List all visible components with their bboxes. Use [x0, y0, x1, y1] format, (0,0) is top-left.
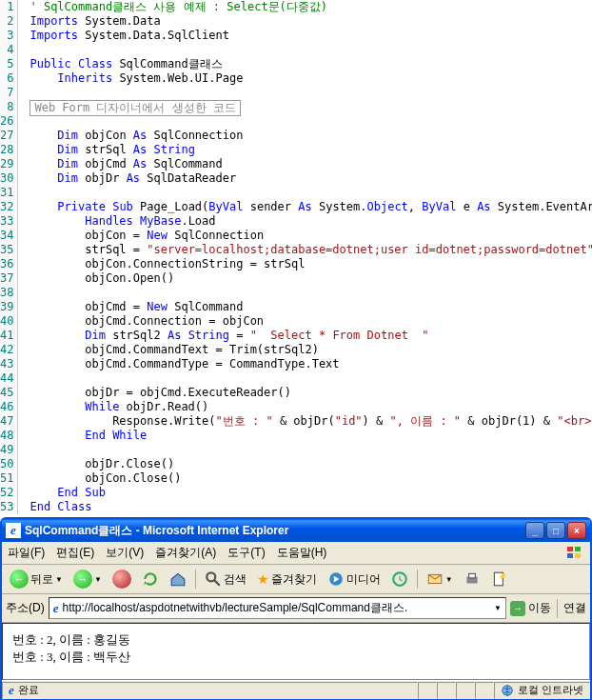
menu-tools[interactable]: 도구(T): [227, 545, 265, 561]
minimize-button[interactable]: _: [525, 522, 544, 539]
close-button[interactable]: ×: [567, 522, 586, 539]
menubar: 파일(F) 편집(E) 보기(V) 즐겨찾기(A) 도구(T) 도움말(H): [2, 542, 590, 565]
output-line: 번호 : 3, 이름 : 백두산: [12, 649, 580, 666]
ie-app-icon: e: [6, 523, 21, 538]
svg-rect-2: [567, 553, 573, 558]
svg-rect-1: [575, 547, 581, 551]
page-icon: e: [53, 601, 59, 616]
menu-file[interactable]: 파일(F): [8, 545, 45, 561]
security-zone: 로컬 인트라넷: [494, 682, 590, 699]
titlebar[interactable]: e SqlCommand클래스 - Microsoft Internet Exp…: [2, 519, 590, 542]
output-line: 번호 : 2, 이름 : 홍길동: [12, 631, 580, 649]
svg-line-5: [214, 580, 220, 586]
status-message: e 완료: [2, 682, 418, 699]
code-area[interactable]: ' SqlCommand클래스 사용 예제 : Select문(다중값)Impo…: [18, 0, 592, 514]
back-button[interactable]: ←뒤로▼: [6, 568, 67, 590]
collapsed-region[interactable]: Web Form 디자이너에서 생성한 코드: [30, 100, 240, 116]
menu-favorites[interactable]: 즐겨찾기(A): [155, 545, 216, 561]
windows-logo-icon: [565, 545, 584, 560]
address-label: 주소(D): [6, 600, 45, 616]
url-text: http://localhost/aspdotnetwithvb/lecture…: [62, 600, 407, 616]
menu-help[interactable]: 도움말(H): [277, 545, 327, 561]
svg-rect-0: [567, 547, 573, 551]
edit-button[interactable]: [487, 569, 512, 590]
browser-window: e SqlCommand클래스 - Microsoft Internet Exp…: [0, 517, 592, 700]
go-button[interactable]: →이동: [510, 600, 551, 616]
svg-rect-10: [468, 573, 475, 578]
line-number-gutter: 1234567826272829303132333435363738394041…: [0, 0, 18, 514]
page-content[interactable]: 번호 : 2, 이름 : 홍길동번호 : 3, 이름 : 백두산: [2, 623, 590, 680]
refresh-button[interactable]: [138, 569, 163, 590]
stop-button[interactable]: [109, 568, 135, 590]
toolbar: ←뒤로▼ →▼ 검색 ★즐겨찾기 미디어 ▼: [2, 565, 590, 594]
home-button[interactable]: [166, 569, 190, 590]
history-button[interactable]: [387, 569, 412, 590]
links-label[interactable]: 연결: [563, 600, 586, 616]
media-button[interactable]: 미디어: [324, 569, 385, 590]
intranet-icon: [501, 684, 514, 697]
search-button[interactable]: 검색: [201, 569, 250, 590]
addressbar: 주소(D) e http://localhost/aspdotnetwithvb…: [2, 594, 590, 623]
url-input[interactable]: e http://localhost/aspdotnetwithvb/lectu…: [49, 597, 506, 619]
svg-rect-11: [494, 572, 503, 586]
svg-point-4: [207, 572, 215, 581]
statusbar: e 완료 로컬 인트라넷: [2, 680, 590, 699]
status-page-icon: e: [9, 683, 14, 698]
code-editor: 1234567826272829303132333435363738394041…: [0, 0, 592, 514]
mail-button[interactable]: ▼: [423, 569, 457, 590]
print-button[interactable]: [460, 569, 484, 590]
menu-edit[interactable]: 편집(E): [56, 545, 94, 561]
url-dropdown-icon[interactable]: ▼: [494, 604, 502, 612]
menu-view[interactable]: 보기(V): [106, 545, 144, 561]
forward-button[interactable]: →▼: [69, 568, 106, 590]
svg-rect-3: [575, 553, 581, 558]
window-title: SqlCommand클래스 - Microsoft Internet Explo…: [25, 523, 288, 539]
favorites-button[interactable]: ★즐겨찾기: [253, 570, 321, 590]
maximize-button[interactable]: □: [546, 522, 565, 539]
